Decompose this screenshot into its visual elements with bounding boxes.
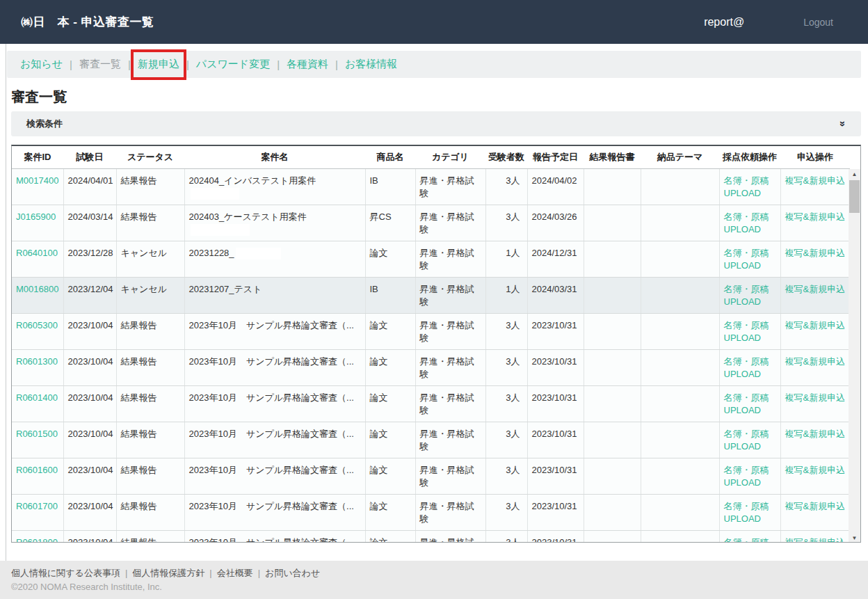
case-id-link[interactable]: R0601400 — [16, 392, 58, 403]
copy-new-apply-link[interactable]: 複写&新規申込 — [785, 464, 846, 477]
cell-name: 202403_ケーステスト用案件 — [184, 205, 365, 241]
cell-status: 結果報告 — [116, 205, 184, 241]
copy-new-apply-link[interactable]: 複写&新規申込 — [785, 175, 846, 188]
cell-result_report — [584, 168, 641, 205]
nav-item-5[interactable]: お客様情報 — [344, 56, 398, 72]
cell-scoring-request: 名簿・原稿UPLOAD — [719, 494, 780, 530]
footer-link-1[interactable]: 個人情報保護方針 — [132, 568, 204, 578]
search-conditions-panel[interactable]: 検索条件 » — [11, 111, 861, 136]
footer-link-2[interactable]: 会社概要 — [217, 568, 253, 578]
cell-examinees: 3人 — [485, 422, 527, 458]
case-id-link[interactable]: M0016800 — [16, 284, 58, 294]
upload-link[interactable]: 名簿・原稿UPLOAD — [724, 536, 776, 543]
cell-result_report — [584, 530, 641, 543]
case-id-link[interactable]: R0601600 — [16, 465, 58, 475]
table-scrollbar[interactable]: ▲ ▼ — [849, 169, 860, 543]
cell-product: 論文 — [365, 530, 415, 543]
cell-product: 論文 — [365, 313, 415, 349]
cell-exam_date: 2023/10/04 — [63, 422, 116, 458]
copy-new-apply-link[interactable]: 複写&新規申込 — [785, 283, 846, 296]
upload-link[interactable]: 名簿・原稿UPLOAD — [724, 247, 776, 273]
cell-apply-operation: 複写&新規申込 — [780, 385, 850, 422]
cell-report_date: 2023/10/31 — [527, 494, 584, 530]
copy-new-apply-link[interactable]: 複写&新規申込 — [785, 211, 846, 224]
cell-result_report — [584, 458, 641, 494]
cell-scoring-request: 名簿・原稿UPLOAD — [719, 277, 780, 313]
cell-exam_date: 2023/10/04 — [63, 458, 116, 494]
cell-apply-operation: 複写&新規申込 — [780, 205, 850, 241]
case-id-link[interactable]: R0601500 — [16, 429, 58, 439]
copy-new-apply-link[interactable]: 複写&新規申込 — [785, 500, 846, 513]
upload-link[interactable]: 名簿・原稿UPLOAD — [724, 356, 776, 382]
case-id-link[interactable]: J0165900 — [16, 211, 56, 222]
case-id-link[interactable]: R0601300 — [16, 356, 58, 367]
upload-link[interactable]: 名簿・原稿UPLOAD — [724, 464, 776, 490]
nav-item-2[interactable]: 新規申込 — [137, 56, 180, 72]
scrollbar-up-arrow-icon[interactable]: ▲ — [849, 169, 860, 179]
cell-report_date: 2024/04/02 — [527, 168, 584, 205]
cell-text: 2023/10/04 — [68, 356, 113, 367]
nav-item-0[interactable]: お知らせ — [19, 56, 63, 72]
cell-scoring-request: 名簿・原稿UPLOAD — [719, 205, 780, 241]
case-id-link[interactable]: R0601700 — [16, 501, 58, 511]
cell-text: 3人 — [506, 501, 520, 511]
copy-new-apply-link[interactable]: 複写&新規申込 — [785, 536, 846, 543]
column-header-0: 案件ID — [12, 146, 63, 168]
nav-separator: | — [70, 58, 72, 70]
header-right: report@ Logout — [704, 16, 833, 29]
cell-delivery_theme — [641, 349, 719, 385]
table-row: R06017002023/10/04結果報告2023年10月 サンプル昇格論文審… — [12, 494, 850, 530]
cell-status: 結果報告 — [116, 313, 184, 349]
nav-item-4[interactable]: 各種資料 — [286, 56, 329, 72]
nav-item-3[interactable]: パスワード変更 — [195, 56, 271, 72]
cell-name: 2023年10月 サンプル昇格論文審査（... — [184, 458, 365, 494]
cell-id: R0601600 — [12, 458, 63, 494]
scrollbar-thumb[interactable] — [849, 180, 860, 213]
footer-separator: | — [125, 568, 127, 578]
cell-result_report — [584, 349, 641, 385]
upload-link[interactable]: 名簿・原稿UPLOAD — [724, 428, 776, 454]
cell-result_report — [584, 313, 641, 349]
cell-status: 結果報告 — [116, 458, 184, 494]
cell-exam_date: 2023/10/04 — [63, 494, 116, 530]
case-id-link[interactable]: M0017400 — [16, 175, 58, 186]
case-id-link[interactable]: R0605300 — [16, 320, 58, 330]
cell-examinees: 3人 — [485, 349, 527, 385]
redaction-box — [191, 188, 239, 200]
upload-link[interactable]: 名簿・原稿UPLOAD — [724, 392, 776, 418]
cell-text: 2023/10/04 — [68, 465, 113, 475]
cell-text: 昇進・昇格試験 — [420, 392, 474, 416]
cell-text: 2024/03/31 — [532, 284, 577, 294]
cell-id: R0605300 — [12, 313, 63, 349]
case-id-link[interactable]: R0640100 — [16, 248, 58, 258]
upload-link[interactable]: 名簿・原稿UPLOAD — [724, 283, 776, 310]
copy-new-apply-link[interactable]: 複写&新規申込 — [785, 356, 846, 369]
cell-report_date: 2024/03/31 — [527, 277, 584, 313]
content-left-border — [6, 44, 6, 561]
upload-link[interactable]: 名簿・原稿UPLOAD — [724, 500, 776, 527]
copy-new-apply-link[interactable]: 複写&新規申込 — [785, 392, 846, 405]
cell-delivery_theme — [641, 241, 719, 277]
cell-category: 昇進・昇格試験 — [415, 277, 485, 313]
footer-link-0[interactable]: 個人情報に関する公表事項 — [11, 568, 120, 578]
cell-name: 2023年10月 サンプル昇格論文審査（... — [184, 385, 365, 422]
upload-link[interactable]: 名簿・原稿UPLOAD — [724, 211, 776, 237]
cell-apply-operation: 複写&新規申込 — [780, 349, 850, 385]
app-header: ㈱日 本 - 申込審査一覧 report@ Logout — [0, 0, 868, 44]
cell-result_report — [584, 385, 641, 422]
upload-link[interactable]: 名簿・原稿UPLOAD — [724, 175, 776, 201]
copy-new-apply-link[interactable]: 複写&新規申込 — [785, 319, 846, 333]
upload-link[interactable]: 名簿・原稿UPLOAD — [724, 319, 776, 346]
copy-new-apply-link[interactable]: 複写&新規申込 — [785, 247, 846, 260]
logout-link[interactable]: Logout — [803, 17, 833, 28]
copy-new-apply-link[interactable]: 複写&新規申込 — [785, 428, 846, 441]
case-id-link[interactable]: R0601800 — [16, 537, 58, 543]
cell-report_date: 2023/10/31 — [527, 422, 584, 458]
table-body: M00174002024/04/01結果報告202404_インバステスト用案件I… — [12, 168, 850, 543]
cell-text: 2023年10月 サンプル昇格論文審査（... — [189, 501, 354, 511]
cell-apply-operation: 複写&新規申込 — [780, 494, 850, 530]
footer-link-3[interactable]: お問い合わせ — [265, 568, 320, 578]
cell-product: 論文 — [365, 349, 415, 385]
cell-status: キャンセル — [116, 241, 184, 277]
scrollbar-down-arrow-icon[interactable]: ▼ — [849, 533, 860, 543]
